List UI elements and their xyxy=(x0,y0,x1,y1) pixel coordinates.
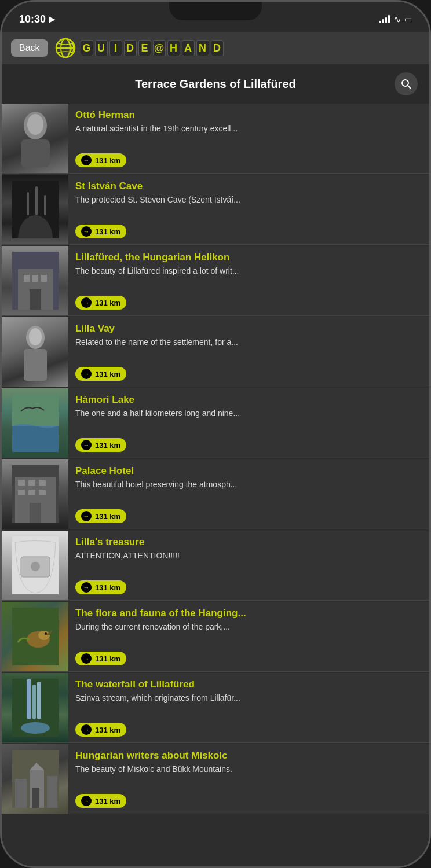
item-description: The beauty of Miskolc and Bükk Mountains… xyxy=(75,764,422,789)
distance-value: 131 km xyxy=(95,299,120,307)
item-content: Hámori Lake The one and a half kilometer… xyxy=(68,388,429,458)
svg-rect-11 xyxy=(35,186,38,215)
arrow-icon: → xyxy=(81,796,92,806)
svg-rect-42 xyxy=(32,685,36,719)
item-image xyxy=(2,175,68,244)
distance-badge: → 131 km xyxy=(75,225,126,238)
list-item[interactable]: Lilla Vay Related to the name of the set… xyxy=(2,317,429,387)
item-description: A natural scientist in the 19th century … xyxy=(75,123,422,149)
page-header: Terrace Gardens of Lillafüred xyxy=(2,64,429,104)
wifi-icon: ∿ xyxy=(393,14,401,25)
search-icon xyxy=(400,78,412,90)
arrow-icon: → xyxy=(81,226,92,237)
item-title: Palace Hotel xyxy=(75,465,422,477)
item-image xyxy=(2,673,68,742)
item-title: Ottó Herman xyxy=(75,109,422,121)
item-title: Lilla Vay xyxy=(75,323,422,334)
signal-icon xyxy=(379,15,390,23)
item-description: This beautiful hotel preserving the atmo… xyxy=(75,479,422,505)
item-description: The beauty of Lillafüred inspired a lot … xyxy=(75,266,422,291)
item-content: St István Cave The protected St. Steven … xyxy=(68,175,429,244)
distance-badge: → 131 km xyxy=(75,580,126,594)
distance-badge: → 131 km xyxy=(75,296,126,310)
item-content: Hungarian writers about Miskolc The beau… xyxy=(68,744,429,814)
svg-rect-30 xyxy=(28,490,35,495)
item-image xyxy=(2,317,68,387)
svg-point-38 xyxy=(38,631,50,640)
distance-badge: → 131 km xyxy=(75,509,126,523)
item-content: Ottó Herman A natural scientist in the 1… xyxy=(68,104,429,173)
svg-line-4 xyxy=(408,86,411,89)
svg-rect-22 xyxy=(12,394,59,426)
item-content: Lillafüred, the Hungarian Helikon The be… xyxy=(68,246,429,315)
item-title: The flora and fauna of the Hanging... xyxy=(75,608,422,619)
svg-rect-15 xyxy=(24,275,30,282)
item-image xyxy=(2,602,68,671)
distance-value: 131 km xyxy=(95,227,120,236)
svg-rect-32 xyxy=(30,503,41,523)
svg-point-20 xyxy=(29,328,42,345)
svg-point-44 xyxy=(21,722,50,734)
svg-point-7 xyxy=(27,114,43,135)
list-item[interactable]: Hámori Lake The one and a half kilometer… xyxy=(2,388,429,458)
list-item[interactable]: The waterfall of Lillafüred Szinva strea… xyxy=(2,673,429,743)
distance-value: 131 km xyxy=(95,441,120,450)
arrow-icon: → xyxy=(81,155,92,165)
item-image xyxy=(2,246,68,315)
item-image xyxy=(2,104,68,173)
distance-badge: → 131 km xyxy=(75,794,126,808)
distance-badge: → 131 km xyxy=(75,652,126,665)
item-title: The waterfall of Lillafüred xyxy=(75,679,422,690)
item-title: Hungarian writers about Miskolc xyxy=(75,750,422,762)
item-content: Lilla Vay Related to the name of the set… xyxy=(68,317,429,387)
list-item[interactable]: Hungarian writers about Miskolc The beau… xyxy=(2,744,429,814)
arrow-icon: → xyxy=(81,582,92,593)
distance-value: 131 km xyxy=(95,583,120,592)
item-description: Szinva stream, which originates from Lil… xyxy=(75,693,422,718)
item-image xyxy=(2,388,68,458)
nav-bar: Back G U I D E @ H A N xyxy=(2,32,429,64)
list-item[interactable]: Lillafüred, the Hungarian Helikon The be… xyxy=(2,246,429,316)
item-title: Lillafüred, the Hungarian Helikon xyxy=(75,252,422,263)
svg-rect-28 xyxy=(39,480,46,486)
item-description: The protected St. Steven Cave (Szent Ist… xyxy=(75,194,422,220)
list-item[interactable]: The flora and fauna of the Hanging... Du… xyxy=(2,602,429,672)
item-title: Lilla's treasure xyxy=(75,536,422,548)
phone-notch xyxy=(169,2,262,20)
distance-value: 131 km xyxy=(95,797,120,806)
svg-rect-23 xyxy=(12,426,59,452)
list-item[interactable]: St István Cave The protected St. Steven … xyxy=(2,175,429,245)
svg-rect-49 xyxy=(32,788,39,808)
list-container[interactable]: Ottó Herman A natural scientist in the 1… xyxy=(2,104,429,866)
item-title: Hámori Lake xyxy=(75,394,422,406)
item-description: During the current renovation of the par… xyxy=(75,621,422,647)
item-content: The flora and fauna of the Hanging... Du… xyxy=(68,602,429,671)
app-logo: G U I D E @ H A N D xyxy=(55,38,224,58)
arrow-icon: → xyxy=(81,653,92,664)
item-content: The waterfall of Lillafüred Szinva strea… xyxy=(68,673,429,742)
item-description: ATTENTION,ATTENTION!!!!! xyxy=(75,550,422,576)
item-image xyxy=(2,459,68,529)
list-item[interactable]: Lilla's treasure ATTENTION,ATTENTION!!!!… xyxy=(2,531,429,601)
item-content: Palace Hotel This beautiful hotel preser… xyxy=(68,459,429,529)
arrow-icon: → xyxy=(81,511,92,521)
arrow-icon: → xyxy=(81,297,92,308)
arrow-icon: → xyxy=(81,440,92,450)
svg-rect-26 xyxy=(18,480,25,486)
svg-rect-21 xyxy=(24,349,47,381)
svg-rect-43 xyxy=(37,682,41,719)
distance-value: 131 km xyxy=(95,512,120,521)
location-icon: ▶ xyxy=(49,14,55,24)
distance-value: 131 km xyxy=(95,726,120,734)
distance-badge: → 131 km xyxy=(75,438,126,452)
back-button[interactable]: Back xyxy=(11,39,48,57)
list-item[interactable]: Ottó Herman A natural scientist in the 1… xyxy=(2,104,429,174)
item-description: The one and a half kilometers long and n… xyxy=(75,408,422,433)
svg-rect-10 xyxy=(27,192,29,215)
arrow-icon: → xyxy=(81,369,92,379)
list-item[interactable]: Palace Hotel This beautiful hotel preser… xyxy=(2,459,429,529)
search-button[interactable] xyxy=(395,72,418,95)
svg-rect-16 xyxy=(32,275,38,282)
svg-rect-48 xyxy=(47,776,57,808)
svg-rect-31 xyxy=(39,490,46,495)
